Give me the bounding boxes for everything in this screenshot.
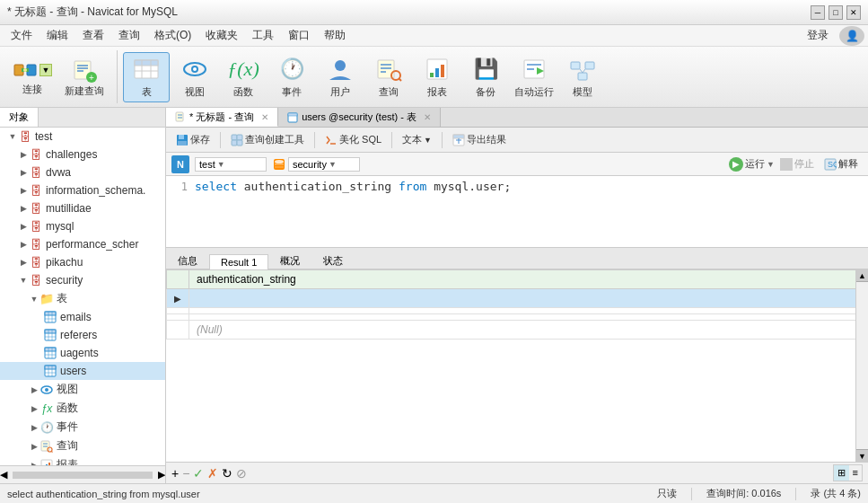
- confirm-button[interactable]: ✓: [193, 466, 204, 481]
- tree-arrow-queries[interactable]: ▶: [29, 442, 39, 451]
- sidebar-tab-objects[interactable]: 对象: [0, 108, 39, 127]
- delete-row-button[interactable]: −: [182, 466, 189, 481]
- menu-query[interactable]: 查询: [111, 26, 147, 45]
- add-row-button[interactable]: +: [171, 466, 179, 481]
- menu-window[interactable]: 窗口: [281, 26, 317, 45]
- tab-users-table[interactable]: users @security (test) - 表 ✕: [278, 108, 441, 127]
- explain-button[interactable]: SQL 解释: [820, 155, 863, 172]
- tree-arrow-functions[interactable]: ▶: [29, 404, 39, 413]
- schema-selector[interactable]: security ▼: [288, 157, 360, 172]
- refresh-button[interactable]: ↻: [222, 466, 232, 481]
- tree-item-functions-folder[interactable]: ▶ ƒx 函数: [0, 399, 165, 418]
- tree-arrow-security[interactable]: ▼: [18, 276, 29, 285]
- table-button[interactable]: 表: [123, 52, 170, 102]
- tree-item-views-folder[interactable]: ▶ 视图: [0, 380, 165, 399]
- menu-edit[interactable]: 编辑: [39, 26, 75, 45]
- menu-help[interactable]: 帮助: [317, 26, 353, 45]
- export-button[interactable]: 导出结果: [448, 131, 511, 148]
- tree-item-information-schema[interactable]: ▶ 🗄 information_schema.: [0, 181, 165, 199]
- result-row-2[interactable]: [167, 308, 868, 314]
- report-button[interactable]: 报表: [414, 52, 460, 102]
- connect-button[interactable]: ▼ 连接: [7, 57, 57, 96]
- menu-view[interactable]: 查看: [75, 26, 111, 45]
- login-button[interactable]: 登录: [800, 26, 836, 45]
- new-query-button[interactable]: + 新建查询: [59, 56, 110, 98]
- connect-dropdown[interactable]: ▼: [39, 64, 53, 76]
- tab-untitled-close[interactable]: ✕: [261, 112, 268, 122]
- tree-item-uagents[interactable]: uagents: [0, 344, 165, 362]
- run-dropdown[interactable]: ▼: [767, 160, 775, 169]
- result-tab-overview[interactable]: 概况: [268, 252, 311, 269]
- tree-item-dvwa[interactable]: ▶ 🗄 dvwa: [0, 163, 165, 181]
- menu-favorites[interactable]: 收藏夹: [198, 26, 245, 45]
- beautify-button[interactable]: 美化 SQL: [320, 131, 386, 148]
- list-view-button[interactable]: ≡: [849, 465, 862, 481]
- function-button[interactable]: ƒ(x) 函数: [220, 52, 267, 102]
- tree-arrow-tables[interactable]: ▼: [29, 295, 39, 304]
- text-button[interactable]: 文本 ▼: [398, 131, 436, 148]
- user-button[interactable]: 用户: [317, 52, 364, 102]
- tree-item-emails[interactable]: emails: [0, 308, 165, 326]
- result-tab-info[interactable]: 信息: [166, 252, 209, 269]
- event-button[interactable]: 🕐 事件: [268, 52, 315, 102]
- tree-arrow-information-schema[interactable]: ▶: [18, 186, 29, 195]
- query-button[interactable]: 查询: [365, 52, 412, 102]
- close-button[interactable]: ✕: [846, 5, 861, 20]
- tree-item-mysql[interactable]: ▶ 🗄 mysql: [0, 217, 165, 235]
- tab-untitled-query[interactable]: * 无标题 - 查询 ✕: [166, 108, 278, 127]
- menu-tools[interactable]: 工具: [245, 26, 281, 45]
- tree-item-referers[interactable]: referers: [0, 326, 165, 344]
- tree-arrow-views[interactable]: ▶: [29, 385, 39, 394]
- tree-item-tables-folder[interactable]: ▼ 📁 表: [0, 289, 165, 308]
- sidebar-scroll-left[interactable]: ◀: [0, 469, 7, 481]
- tree-arrow-mutillidae[interactable]: ▶: [18, 204, 29, 213]
- minimize-button[interactable]: ─: [811, 5, 825, 20]
- tree-arrow-challenges[interactable]: ▶: [18, 150, 29, 159]
- menu-file[interactable]: 文件: [4, 26, 39, 45]
- builder-button[interactable]: 查询创建工具: [226, 131, 309, 148]
- col-header-authentication-string[interactable]: authentication_string: [189, 270, 868, 289]
- tree-item-performance-schema[interactable]: ▶ 🗄 performance_scher: [0, 235, 165, 253]
- tree-arrow-events[interactable]: ▶: [29, 423, 39, 432]
- auto-run-button[interactable]: 自动运行: [511, 52, 557, 102]
- scroll-down-button[interactable]: ▼: [856, 449, 868, 462]
- model-button[interactable]: 模型: [559, 52, 606, 102]
- result-tab-result1[interactable]: Result 1: [209, 254, 268, 269]
- stop-button[interactable]: 停止: [780, 157, 814, 171]
- tree-item-queries-folder[interactable]: ▶ 查询: [0, 437, 165, 455]
- stop-result-button[interactable]: ⊘: [236, 466, 247, 481]
- view-button[interactable]: 视图: [171, 52, 218, 102]
- tree-item-challenges[interactable]: ▶ 🗄 challenges: [0, 146, 165, 163]
- result-table-wrap[interactable]: authentication_string ▶: [166, 269, 868, 462]
- tree-item-users[interactable]: users: [0, 362, 165, 380]
- sidebar-scroll-right[interactable]: ▶: [158, 469, 165, 481]
- tree-arrow-test[interactable]: ▼: [7, 132, 18, 141]
- tab-users-close[interactable]: ✕: [424, 112, 431, 122]
- tree-arrow-mysql[interactable]: ▶: [18, 222, 29, 231]
- menu-format[interactable]: 格式(O): [147, 26, 198, 45]
- save-button[interactable]: 保存: [171, 131, 215, 148]
- scroll-up-button[interactable]: ▲: [856, 269, 868, 282]
- tree-arrow-pikachu[interactable]: ▶: [18, 258, 29, 267]
- tree-item-test[interactable]: ▼ 🗄 test: [0, 128, 165, 146]
- result-row-1[interactable]: ▶: [167, 289, 868, 308]
- text-dropdown-icon[interactable]: ▼: [424, 136, 432, 145]
- maximize-button[interactable]: □: [829, 5, 843, 20]
- result-scrollbar[interactable]: ▲ ▼: [855, 269, 868, 462]
- run-button[interactable]: ▶ 运行 ▼: [729, 157, 775, 172]
- tree-arrow-performance-schema[interactable]: ▶: [18, 240, 29, 249]
- backup-button[interactable]: 💾 备份: [462, 52, 509, 102]
- tree-arrow-dvwa[interactable]: ▶: [18, 168, 29, 177]
- result-row-4[interactable]: (Null): [167, 321, 868, 340]
- tree-item-pikachu[interactable]: ▶ 🗄 pikachu: [0, 253, 165, 271]
- result-tab-status[interactable]: 状态: [311, 252, 355, 269]
- result-row-3[interactable]: [167, 314, 868, 321]
- cancel-button[interactable]: ✗: [207, 466, 218, 481]
- tree-item-mutillidae[interactable]: ▶ 🗄 mutillidae: [0, 199, 165, 217]
- grid-view-button[interactable]: ⊞: [834, 465, 849, 481]
- sql-editor[interactable]: 1 select authentication_string from mysq…: [166, 176, 868, 248]
- db-selector[interactable]: test ▼: [195, 157, 267, 172]
- tree-item-security[interactable]: ▼ 🗄 security: [0, 271, 165, 289]
- tree-item-events-folder[interactable]: ▶ 🕐 事件: [0, 418, 165, 437]
- tree-item-reports-folder[interactable]: ▶ 报表: [0, 455, 165, 465]
